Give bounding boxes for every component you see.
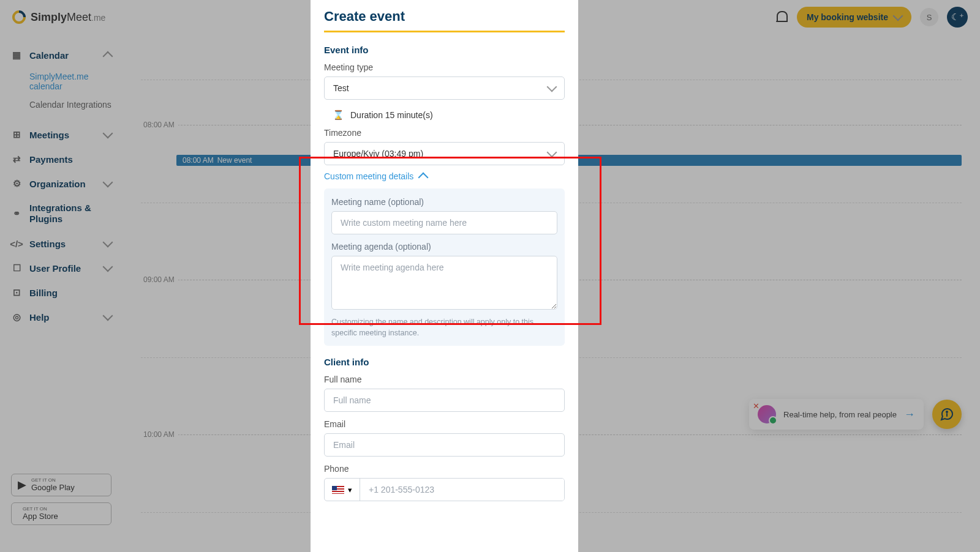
meeting-name-label: Meeting name (optional) (331, 197, 557, 207)
meeting-name-input[interactable] (331, 211, 557, 234)
meeting-agenda-textarea[interactable] (331, 256, 557, 310)
chevron-down-icon (547, 82, 557, 92)
timezone-select[interactable]: Europe/Kyiv (03:49 pm) (324, 142, 565, 165)
country-code-select[interactable]: ▾ (325, 479, 360, 501)
meeting-type-select[interactable]: Test (324, 76, 565, 100)
fullname-input[interactable] (324, 389, 565, 412)
modal-title: Create event (324, 0, 565, 32)
create-event-modal: Create event Event info Meeting type Tes… (311, 0, 578, 552)
chevron-up-icon (418, 173, 429, 183)
phone-number-input[interactable] (360, 479, 564, 501)
timezone-label: Timezone (324, 128, 565, 138)
client-info-heading: Client info (324, 357, 565, 367)
custom-details-help: Customizing the name and description wil… (331, 317, 557, 338)
fullname-label: Full name (324, 375, 565, 384)
meeting-agenda-label: Meeting agenda (optional) (331, 242, 557, 252)
custom-details-toggle[interactable]: Custom meeting details (324, 171, 565, 181)
chevron-down-icon (547, 147, 557, 158)
email-input[interactable] (324, 433, 565, 457)
meeting-type-label: Meeting type (324, 62, 565, 72)
event-info-heading: Event info (324, 45, 565, 55)
hourglass-icon: ⌛ (333, 110, 344, 121)
custom-details-panel: Meeting name (optional) Meeting agenda (… (324, 188, 565, 346)
flag-us-icon (332, 486, 344, 494)
email-label: Email (324, 419, 565, 429)
phone-label: Phone (324, 464, 565, 474)
phone-input-group: ▾ (324, 478, 565, 501)
duration-display: ⌛ Duration 15 minute(s) (324, 106, 565, 128)
